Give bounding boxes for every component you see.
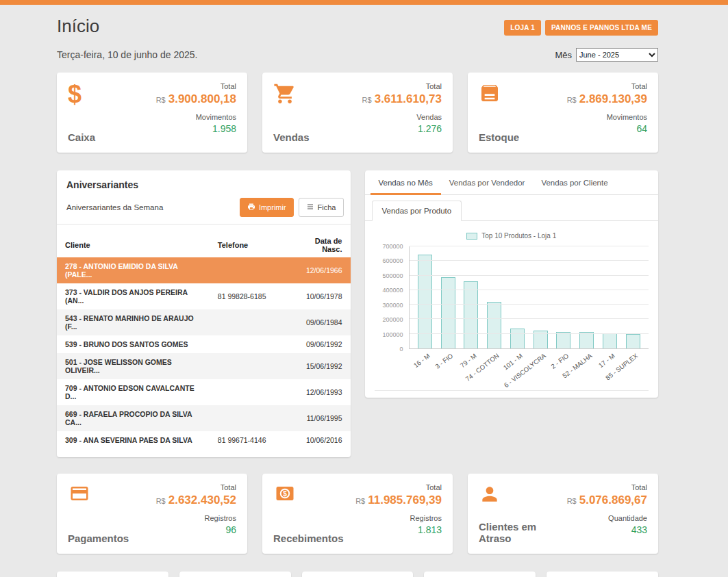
bar — [441, 277, 455, 348]
legend-swatch — [466, 233, 477, 240]
gridline — [410, 290, 649, 290]
store-button[interactable]: LOJA 1 — [504, 20, 541, 36]
bar-chart: 0100000200000300000400000500000600000700… — [375, 246, 649, 349]
cell-cliente: 709 - ANTONIO EDSON CAVALCANTE D... — [57, 379, 210, 405]
cell-telefone — [210, 335, 292, 353]
currency-symbol: R$ — [567, 96, 577, 104]
amount: 2.632.430,52 — [168, 493, 236, 507]
list-icon — [306, 203, 314, 212]
cell-nasc: 09/06/1992 — [292, 335, 351, 353]
table-row[interactable]: 543 - RENATO MARINHO DE ARAUJO (F...09/0… — [57, 309, 351, 335]
total-label: Total — [567, 483, 647, 491]
header-buttons: LOJA 1 PANNOS E PANNOS LTDA ME — [504, 20, 658, 36]
print-button-label: Imprimir — [259, 203, 286, 211]
cell-nasc: 10/06/2016 — [292, 431, 351, 449]
table-row[interactable]: 669 - RAFAELA PROCOPIO DA SILVA CA...11/… — [57, 405, 351, 431]
month-select[interactable]: June - 2025 — [576, 48, 658, 62]
cell-telefone: 81 99671-4146 — [210, 431, 292, 449]
cell-cliente: 539 - BRUNO DOS SANTOS GOMES — [57, 335, 210, 353]
stat-card-title: Caixa — [68, 131, 95, 143]
stat-card-title: Estoque — [479, 131, 519, 143]
amount: 5.076.869,67 — [579, 493, 647, 507]
total-value: R$2.869.130,39 — [567, 92, 647, 106]
birthday-table: Cliente Telefone Data de Nasc. 278 - ANT… — [57, 233, 351, 449]
gridline — [410, 275, 649, 276]
cell-nasc: 15/06/1992 — [292, 353, 351, 379]
cell-nasc: 10/06/1978 — [292, 283, 351, 309]
printer-icon — [247, 203, 255, 212]
middle-row: Aniversariantes Aniversariantes da Seman… — [57, 170, 658, 457]
chart-container: Top 10 Produtos - Loja 1 010000020000030… — [365, 221, 659, 398]
dollar-icon: $ — [68, 82, 95, 107]
bar — [556, 332, 570, 348]
cell-cliente: 501 - JOSE WELISSON GOMES OLIVEIR... — [57, 353, 210, 379]
count-label: Registros — [156, 514, 236, 522]
table-row[interactable]: 278 - ANTONIO EMIDIO DA SILVA (PALE...12… — [57, 257, 351, 283]
ficha-button-label: Ficha — [318, 203, 336, 211]
credit-card-icon — [68, 483, 129, 504]
gridline — [410, 304, 649, 305]
amount: 11.985.769,39 — [368, 493, 442, 507]
count-label: Movimentos — [156, 113, 236, 121]
table-row[interactable]: 539 - BRUNO DOS SANTOS GOMES09/06/1992 — [57, 335, 351, 353]
company-button[interactable]: PANNOS E PANNOS LTDA ME — [545, 20, 658, 36]
stat-card-caixa: $ Caixa Total R$3.900.800,18 Movimentos … — [57, 73, 247, 153]
cell-cliente: 669 - RAFAELA PROCOPIO DA SILVA CA... — [57, 405, 210, 431]
shortcut-card-clientes[interactable]: Clientes 1.911 — [57, 572, 168, 577]
bar — [603, 333, 617, 348]
tab-vendas-no-mes[interactable]: Vendas no Mês — [371, 170, 441, 195]
gridline — [410, 246, 649, 246]
shortcut-card-vendedores[interactable]: Vendedores 17 — [547, 572, 658, 577]
count-label: Registros — [355, 514, 442, 522]
y-axis-tick: 400000 — [382, 287, 403, 294]
bar — [510, 329, 525, 348]
y-axis: 0100000200000300000400000500000600000700… — [375, 246, 409, 349]
cart-icon — [273, 82, 310, 105]
shortcut-card-fornecedores[interactable]: Fornecedores 151 — [302, 572, 414, 577]
sales-panel: Vendas no Mês Vendas por Vendedor Vendas… — [365, 170, 659, 398]
count-value: 96 — [156, 524, 236, 535]
cell-telefone: 81 99828-6185 — [210, 283, 292, 309]
top-stats-row: $ Caixa Total R$3.900.800,18 Movimentos … — [57, 73, 658, 153]
month-label: Mês — [555, 50, 572, 60]
table-row[interactable]: 709 - ANTONIO EDSON CAVALCANTE D...12/06… — [57, 379, 351, 405]
mid-stats-row: Pagamentos Total R$2.632.430,52 Registro… — [57, 474, 658, 554]
print-button[interactable]: Imprimir — [240, 198, 294, 217]
col-data-nasc: Data de Nasc. — [292, 233, 351, 257]
summary-row: Clientes 1.911 Produtos 360 Fornecedores… — [57, 572, 658, 577]
table-row[interactable]: 373 - VALDIR DOS ANJOS PEREIRA (AN...81 … — [57, 283, 351, 309]
y-axis-tick: 500000 — [382, 272, 403, 279]
total-label: Total — [567, 82, 647, 90]
gridline — [410, 260, 649, 261]
shortcut-card-usuarios[interactable]: Usuários 22 — [424, 572, 536, 577]
stat-card-title: Clientes em Atraso — [479, 521, 567, 544]
cell-telefone — [210, 257, 292, 283]
svg-text:$: $ — [283, 490, 287, 498]
stat-card-recebimentos: $ Recebimentos Total R$11.985.769,39 Reg… — [262, 474, 453, 554]
count-value: 433 — [567, 524, 647, 535]
header: Início LOJA 1 PANNOS E PANNOS LTDA ME — [57, 9, 658, 48]
tab-vendas-por-vendedor[interactable]: Vendas por Vendedor — [441, 170, 534, 195]
bar — [579, 332, 594, 348]
y-axis-tick: 300000 — [382, 302, 403, 309]
bar — [487, 302, 501, 348]
currency-symbol: R$ — [567, 497, 577, 505]
cell-cliente: 543 - RENATO MARINHO DE ARAUJO (F... — [57, 309, 210, 335]
subtab-vendas-por-produto[interactable]: Vendas por Produto — [372, 201, 462, 221]
cell-nasc: 11/06/1995 — [292, 405, 351, 431]
birthdays-title: Aniversariantes — [57, 170, 351, 196]
cell-telefone — [210, 405, 292, 431]
month-picker: Mês June - 2025 — [555, 48, 658, 62]
col-telefone: Telefone — [210, 233, 292, 257]
current-date: Terça-feira, 10 de junho de 2025. — [57, 49, 197, 60]
currency-symbol: R$ — [156, 96, 166, 104]
table-row[interactable]: 309 - ANA SEVERINA PAES DA SILVA81 99671… — [57, 431, 351, 449]
total-value: R$5.076.869,67 — [567, 493, 647, 507]
cell-nasc: 09/06/1984 — [292, 309, 351, 335]
box-icon — [479, 82, 519, 104]
total-value: R$3.611.610,73 — [362, 92, 442, 106]
shortcut-card-produtos[interactable]: Produtos 360 — [179, 572, 291, 577]
ficha-button[interactable]: Ficha — [299, 198, 344, 217]
tab-vendas-por-cliente[interactable]: Vendas por Cliente — [533, 170, 616, 195]
table-row[interactable]: 501 - JOSE WELISSON GOMES OLIVEIR...15/0… — [57, 353, 351, 379]
